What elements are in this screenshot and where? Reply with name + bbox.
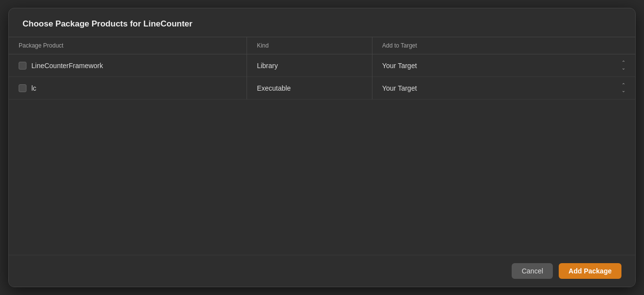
table-row: LineCounterFramework Library Your Target… — [9, 54, 635, 77]
target-stepper-2[interactable]: ⌃ ⌄ — [621, 83, 625, 93]
add-package-button[interactable]: Add Package — [559, 263, 621, 279]
target-value-1: Your Target — [382, 62, 417, 70]
col-header-target: Add to Target — [372, 37, 635, 54]
cell-kind-2: Executable — [247, 77, 372, 99]
col-header-kind: Kind — [247, 37, 372, 54]
table-header-row: Package Product Kind Add to Target — [9, 37, 635, 54]
target-stepper-1[interactable]: ⌃ ⌄ — [621, 60, 625, 71]
product-name-1: LineCounterFramework — [31, 62, 103, 70]
packages-table: Package Product Kind Add to Target LineC… — [9, 37, 635, 99]
cell-target-1: Your Target ⌃ ⌄ — [372, 54, 635, 77]
cell-product-2: lc — [9, 77, 247, 99]
choose-package-dialog: Choose Package Products for LineCounter … — [8, 8, 636, 287]
col-header-product: Package Product — [9, 37, 247, 54]
target-value-2: Your Target — [382, 84, 417, 92]
product-name-2: lc — [31, 84, 36, 92]
checkbox-row-1[interactable] — [19, 62, 26, 70]
cell-product-1: LineCounterFramework — [9, 54, 247, 77]
cancel-button[interactable]: Cancel — [512, 263, 553, 279]
dialog-header: Choose Package Products for LineCounter — [9, 8, 635, 37]
dialog-footer: Cancel Add Package — [9, 255, 635, 287]
cell-kind-1: Library — [247, 54, 372, 77]
table-container: Package Product Kind Add to Target LineC… — [9, 37, 635, 255]
table-row: lc Executable Your Target ⌃ ⌄ — [9, 77, 635, 99]
checkbox-row-2[interactable] — [19, 84, 26, 92]
dialog-title: Choose Package Products for LineCounter — [23, 19, 621, 29]
cell-target-2: Your Target ⌃ ⌄ — [372, 77, 635, 99]
